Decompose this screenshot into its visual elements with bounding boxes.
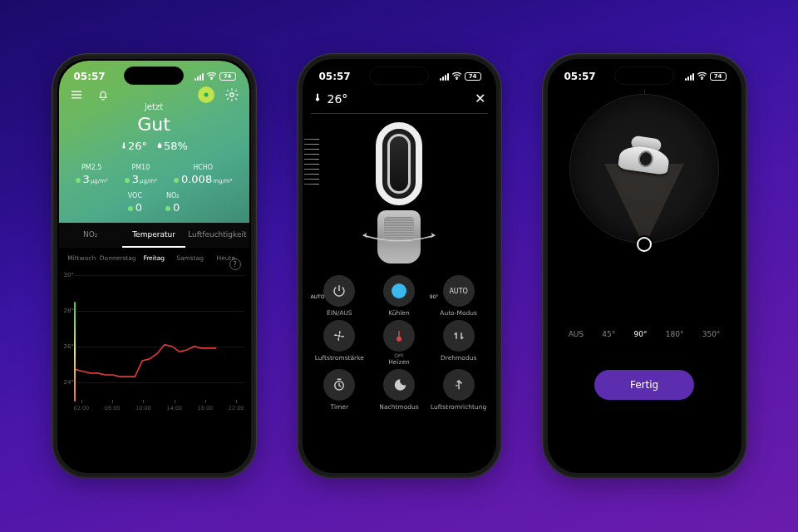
chart-line [62,270,246,420]
airflow-icon [304,135,319,189]
day-donnerstag[interactable]: Donnerstag [100,254,136,262]
dynamic-island [614,66,674,85]
svg-point-2 [229,93,234,97]
air-quality-value: Gut [59,114,249,135]
tab-no2[interactable]: NO₂ [59,223,122,248]
device-top-icon [613,133,676,182]
gear-icon[interactable] [223,86,241,104]
device-illustration [304,114,495,272]
air-quality-panel: 05:57 74 [59,61,249,223]
device-status-icon[interactable]: _ [198,86,214,103]
angle-45[interactable]: 45° [602,330,615,338]
angle-350[interactable]: 350° [702,330,721,338]
sheet-header: 26° ✕ [304,86,495,113]
metric-pm25[interactable]: PM2.5 3µg/m³ [76,164,108,185]
oscillate-icon [443,320,475,352]
control-grid: EIN/AUSKühlenAUTOAuto-ModusAUTOLuftstrom… [304,272,495,417]
control-label: Drehmodus [430,354,488,362]
status-time: 05:57 [319,71,351,82]
thermo-icon [383,320,415,352]
help-icon[interactable]: ? [229,259,241,270]
angle-180[interactable]: 180° [666,330,684,338]
status-dot-icon [165,206,170,211]
thermometer-icon [313,91,323,106]
metric-voc[interactable]: VOC 0 [128,192,142,214]
signal-icon [440,73,449,81]
status-dot-icon [125,178,130,183]
control-sublabel: OFF [370,352,428,358]
angle-aus[interactable]: AUS [569,330,584,338]
header-temp: 26° [328,92,348,106]
control-label: EIN/AUS [311,309,369,317]
humidity-reading: 58% [155,140,188,152]
close-icon[interactable]: ✕ [475,91,485,106]
control-label: Luftstromstärke [311,354,369,362]
chart-tabs: NO₂ Temperatur Luftfeuchtigkeit [59,223,249,248]
bell-icon[interactable] [94,86,112,104]
dynamic-island [124,66,184,85]
wifi-icon [206,71,217,82]
direction-icon [443,369,475,401]
day-freitag[interactable]: Freitag [136,254,172,262]
tab-luftfeuchtigkeit[interactable]: Luftfeuchtigkeit [185,223,249,248]
status-dot-icon [128,206,133,211]
svg-point-3 [456,78,456,79]
metrics-row-2: VOC 0 NO₂ 0 [59,192,249,214]
metric-hcho[interactable]: HCHO 0.008mg/m³ [174,164,232,185]
angle-90[interactable]: 90° [634,330,648,338]
metric-no2[interactable]: NO₂ 0 [165,192,180,214]
control-label: Heizen [370,358,428,366]
day-samstag[interactable]: Samstag [172,254,208,262]
control-airflow[interactable]: AUTOLuftstromstärke [311,320,369,366]
dynamic-island [369,66,429,85]
control-label: Kühlen [370,309,428,317]
phone-controls: 05:57 74 26° ✕ [298,54,501,478]
direction-marker[interactable] [637,237,652,252]
fan-icon [323,320,355,352]
tab-temperatur[interactable]: Temperatur [122,223,185,248]
control-cool[interactable]: Kühlen [370,275,428,317]
cool-icon [383,275,415,307]
night-icon [383,369,415,401]
status-time: 05:57 [564,71,596,82]
power-icon [323,275,355,307]
menu-icon[interactable] [67,86,86,104]
temperature-reading: 26° [120,140,147,152]
svg-point-0 [210,78,211,79]
signal-icon [685,73,694,81]
status-dot-icon [76,178,81,183]
temperature-chart[interactable]: 30°28°26°24°02:0006:0010:0014:0018:0022:… [62,270,246,420]
signal-icon [195,73,204,81]
day-mittwoch[interactable]: Mittwoch [64,254,100,262]
battery-icon: 74 [219,72,236,81]
status-dot-icon [174,178,179,183]
svg-point-7 [701,78,702,79]
control-label: Luftstromrichtung [430,403,488,411]
auto-icon: AUTO [443,275,475,307]
metric-pm10[interactable]: PM10 3µg/m³ [125,164,157,185]
control-label: Auto-Modus [430,309,488,317]
control-timer[interactable]: Timer [311,369,369,411]
phone-oscillation: 05:57 74 AUS 45° 90° 180° 35 [543,54,746,478]
svg-point-4 [338,335,341,337]
svg-point-5 [397,337,401,342]
control-night[interactable]: Nachtmodus [370,369,428,411]
control-direction[interactable]: Luftstromrichtung [430,369,488,411]
battery-icon: 74 [465,72,481,81]
status-time: 05:57 [74,71,106,82]
control-label: Timer [311,403,369,411]
wifi-icon [697,71,707,82]
day-selector: Mittwoch Donnerstag Freitag Samstag Heut… [59,248,249,267]
metrics-row-1: PM2.5 3µg/m³ PM10 3µg/m³ HCHO 0.008mg/m³ [59,164,249,185]
svg-point-1 [204,93,208,97]
oscillation-visualizer[interactable] [549,89,740,330]
control-heat[interactable]: OFFHeizen [370,320,428,366]
done-button[interactable]: Fertig [594,370,694,400]
now-label: Jetzt [59,102,249,111]
control-oscillate[interactable]: 90°Drehmodus [430,320,488,366]
rotation-arrow-icon [337,229,461,245]
phone-dashboard: 05:57 74 [52,54,256,478]
control-label: Nachtmodus [370,403,428,411]
wifi-icon [451,71,462,82]
timer-icon [323,369,355,401]
